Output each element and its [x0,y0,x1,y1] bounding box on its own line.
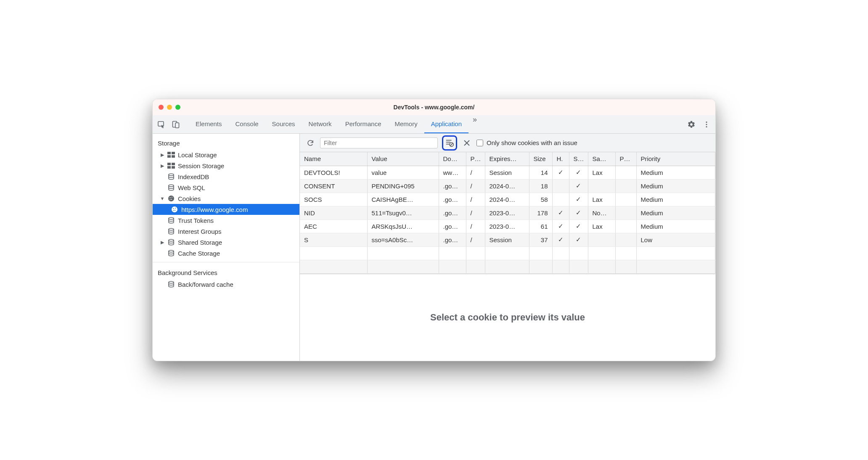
col-httponly[interactable]: H. [552,152,569,166]
window-maximize-button[interactable] [175,105,180,110]
col-expires[interactable]: Expires… [485,152,529,166]
cell-partition [615,233,636,246]
cell-http: ✓ [552,219,569,233]
cell-samesite: No… [588,206,615,219]
cell-domain: .go… [439,206,466,219]
sidebar-item-indexeddb[interactable]: IndexedDB [153,171,299,182]
devtools-window: DevTools - www.google.com/ Elements Cons… [152,99,716,361]
sidebar-item-trust-tokens[interactable]: Trust Tokens [153,215,299,226]
svg-point-22 [173,208,174,209]
titlebar: DevTools - www.google.com/ [153,99,715,115]
tab-elements[interactable]: Elements [189,115,229,133]
window-close-button[interactable] [159,105,164,110]
col-path[interactable]: P… [466,152,485,166]
preview-empty-message: Select a cookie to preview its value [430,312,585,323]
sidebar-item-cookie-origin[interactable]: https://www.google.com [153,204,299,215]
svg-rect-0 [158,122,164,126]
sidebar-item-cache-storage[interactable]: Cache Storage [153,248,299,259]
cell-name: SOCS [300,193,367,206]
refresh-button[interactable] [305,137,316,148]
sidebar-item-websql[interactable]: Web SQL [153,182,299,193]
traffic-lights [159,105,180,110]
cell-value: ARSKqsJsU… [367,219,439,233]
cell-secure: ✓ [569,233,588,246]
gear-icon[interactable] [685,118,698,131]
table-row[interactable]: CONSENTPENDING+095.go…/2024-0…18✓Medium [300,179,715,193]
svg-point-19 [171,199,172,200]
filter-input[interactable] [320,137,438,148]
sidebar-item-label: Cookies [178,195,201,202]
tab-memory[interactable]: Memory [388,115,424,133]
col-size[interactable]: Size [529,152,552,166]
cookies-toolbar: Only show cookies with an issue [300,134,715,152]
table-row[interactable]: DEVTOOLS!valueww…/Session14✓✓LaxMedium [300,166,715,179]
col-domain[interactable]: Do… [439,152,466,166]
tab-performance[interactable]: Performance [339,115,388,133]
cell-expires: 2023-0… [485,206,529,219]
inspect-element-icon[interactable] [155,118,168,131]
kebab-menu-icon[interactable] [700,118,713,131]
svg-point-27 [169,228,174,230]
svg-point-15 [169,185,174,186]
svg-point-20 [170,199,171,200]
cell-expires: 2024-0… [485,179,529,193]
cell-priority: Medium [636,219,715,233]
window-minimize-button[interactable] [167,105,172,110]
col-partition[interactable]: P… [615,152,636,166]
tab-sources[interactable]: Sources [265,115,302,133]
tab-network[interactable]: Network [302,115,339,133]
col-secure[interactable]: S… [569,152,588,166]
cell-expires: 2024-0… [485,193,529,206]
sidebar-item-interest-groups[interactable]: Interest Groups [153,226,299,237]
svg-point-24 [175,210,175,211]
cell-samesite: Lax [588,193,615,206]
sidebar-section-storage: Storage [153,136,299,149]
col-samesite[interactable]: Sa… [588,152,615,166]
table-row-empty [300,246,715,260]
cell-secure: ✓ [569,179,588,193]
cell-size: 61 [529,219,552,233]
cell-name: S [300,233,367,246]
cell-size: 37 [529,233,552,246]
only-issues-label: Only show cookies with an issue [487,139,577,146]
clear-all-button[interactable] [461,137,472,148]
sidebar-item-cookies[interactable]: ▼ Cookies [153,193,299,204]
disclosure-right-icon: ▶ [160,240,164,245]
database-icon [167,280,175,288]
svg-point-29 [169,250,174,252]
svg-rect-13 [172,166,175,169]
only-issues-checkbox-wrap[interactable]: Only show cookies with an issue [476,139,577,146]
more-tabs-button[interactable]: » [468,115,481,133]
cell-priority: Medium [636,193,715,206]
table-row[interactable]: SOCSCAISHAgBE….go…/2024-0…58✓LaxMedium [300,193,715,206]
sidebar-item-bfcache[interactable]: Back/forward cache [153,279,299,290]
col-priority[interactable]: Priority [636,152,715,166]
sidebar-item-local-storage[interactable]: ▶ Local Storage [153,149,299,160]
disclosure-down-icon: ▼ [160,196,164,201]
table-row[interactable]: AECARSKqsJsU….go…/2023-0…61✓✓LaxMedium [300,219,715,233]
storage-grid-icon [167,162,175,169]
cell-name: DEVTOOLS! [300,166,367,179]
device-toolbar-icon[interactable] [169,118,182,131]
cell-path: / [466,166,485,179]
sidebar-item-session-storage[interactable]: ▶ Session Storage [153,160,299,171]
sidebar-section-background-services: Background Services [153,266,299,279]
cell-expires: 2023-0… [485,219,529,233]
disclosure-right-icon: ▶ [160,163,164,169]
table-row[interactable]: Ssso=sA0bSc….go…/Session37✓✓Low [300,233,715,246]
col-value[interactable]: Value [367,152,439,166]
tab-application[interactable]: Application [424,115,468,133]
table-row[interactable]: NID511=Tsugv0….go…/2023-0…178✓✓No…Medium [300,206,715,219]
col-name[interactable]: Name [300,152,367,166]
svg-point-3 [706,121,707,122]
cookies-panel: Only show cookies with an issue Name Val… [300,134,715,361]
tab-console[interactable]: Console [229,115,265,133]
svg-point-18 [172,197,172,198]
clear-filtered-cookies-button[interactable] [444,137,455,148]
svg-rect-2 [175,123,179,128]
sidebar-item-shared-storage[interactable]: ▶ Shared Storage [153,237,299,248]
cookies-table-wrap: Name Value Do… P… Expires… Size H. S… Sa… [300,152,715,274]
cookie-preview-empty: Select a cookie to preview its value [300,274,715,361]
only-issues-checkbox[interactable] [476,140,483,146]
cell-http [552,193,569,206]
